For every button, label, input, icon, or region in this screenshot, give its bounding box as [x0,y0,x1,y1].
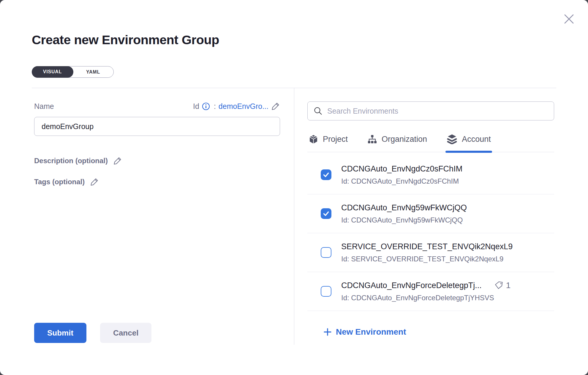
tags-row: Tags (optional) [34,177,99,186]
id-label: Id [193,102,199,111]
environment-id: Id: CDCNGAuto_EnvNgForceDeletegpTjYHSVS [341,294,510,302]
environment-name: SERVICE_OVERRIDE_TEST_ENVQik2NqexL9 [341,242,513,251]
toggle-yaml[interactable]: YAML [73,66,113,77]
search-icon [314,107,323,115]
page-title: Create new Environment Group [32,33,219,47]
search-environments-box [307,101,554,120]
environment-row[interactable]: CDCNGAuto_EnvNgdCz0sFChIM Id: CDCNGAuto_… [307,155,554,194]
name-label: Name [34,102,54,111]
environment-text: CDCNGAuto_EnvNgForceDeletegpTj... 1 Id: … [341,281,510,302]
cancel-button[interactable]: Cancel [100,323,151,343]
environment-id: Id: CDCNGAuto_EnvNg59wFkWCjQQ [341,216,467,224]
environment-text: SERVICE_OVERRIDE_TEST_ENVQik2NqexL9 Id: … [341,242,513,263]
environment-checkbox[interactable] [321,247,331,258]
plus-icon [323,328,332,336]
id-group: Id : demoEnvGro... [193,102,280,111]
edit-tags-pencil-icon[interactable] [90,177,99,186]
org-chart-icon [367,134,377,144]
environment-name: CDCNGAuto_EnvNg59wFkWCjQQ [341,203,467,212]
environment-id: Id: CDCNGAuto_EnvNgdCz0sFChIM [341,177,462,185]
name-input[interactable] [34,117,280,136]
tab-project-label: Project [323,135,348,144]
name-id-row: Name Id : demoEnvGro... [34,102,280,111]
tab-account-label: Account [462,135,491,144]
new-environment-label: New Environment [336,327,406,337]
id-value-link[interactable]: demoEnvGro... [219,102,268,111]
close-icon[interactable] [562,12,576,26]
environment-row[interactable]: CDCNGAuto_EnvNg59wFkWCjQQ Id: CDCNGAuto_… [307,194,554,233]
tag-count: 1 [506,281,511,290]
environment-name: CDCNGAuto_EnvNgForceDeletegpTj... [341,281,482,290]
toggle-visual[interactable]: VISUAL [32,66,73,78]
scope-tabs: Project Organization [307,129,554,152]
environment-checkbox[interactable] [321,286,331,297]
new-environment-button[interactable]: New Environment [323,327,406,337]
edit-description-pencil-icon[interactable] [113,156,122,165]
tab-organization-label: Organization [382,135,427,144]
tab-organization[interactable]: Organization [366,129,428,152]
edit-id-pencil-icon[interactable] [271,102,280,111]
form-actions: Submit Cancel [34,323,151,343]
description-row: Description (optional) [34,156,122,165]
description-label: Description (optional) [34,157,108,165]
info-icon[interactable] [202,102,210,110]
environment-name: CDCNGAuto_EnvNgdCz0sFChIM [341,164,462,174]
id-colon: : [214,102,216,111]
tag-count-group: 1 [494,281,511,290]
tab-account[interactable]: Account [445,129,492,152]
environment-list[interactable]: CDCNGAuto_EnvNgdCz0sFChIM Id: CDCNGAuto_… [307,152,554,313]
cube-icon [309,134,318,144]
environment-checkbox[interactable] [321,208,331,219]
tags-label: Tags (optional) [34,178,85,186]
environment-row[interactable]: CDCNGAuto_EnvNgForceDeletegpTj... 1 Id: … [307,272,554,311]
environment-checkbox[interactable] [321,169,331,180]
create-environment-group-modal: Create new Environment Group VISUAL YAML… [0,0,588,375]
environment-text: CDCNGAuto_EnvNg59wFkWCjQQ Id: CDCNGAuto_… [341,203,467,224]
layers-icon [447,134,457,144]
search-environments-input[interactable] [327,107,548,115]
tag-icon [494,281,504,290]
pane-divider [294,88,294,345]
submit-button[interactable]: Submit [34,323,86,343]
environment-text: CDCNGAuto_EnvNgdCz0sFChIM Id: CDCNGAuto_… [341,164,462,185]
environment-id: Id: SERVICE_OVERRIDE_TEST_ENVQik2NqexL9 [341,255,513,263]
visual-yaml-toggle: VISUAL YAML [32,66,114,78]
environment-row[interactable]: SERVICE_OVERRIDE_TEST_ENVQik2NqexL9 Id: … [307,233,554,272]
tab-project[interactable]: Project [307,129,349,152]
